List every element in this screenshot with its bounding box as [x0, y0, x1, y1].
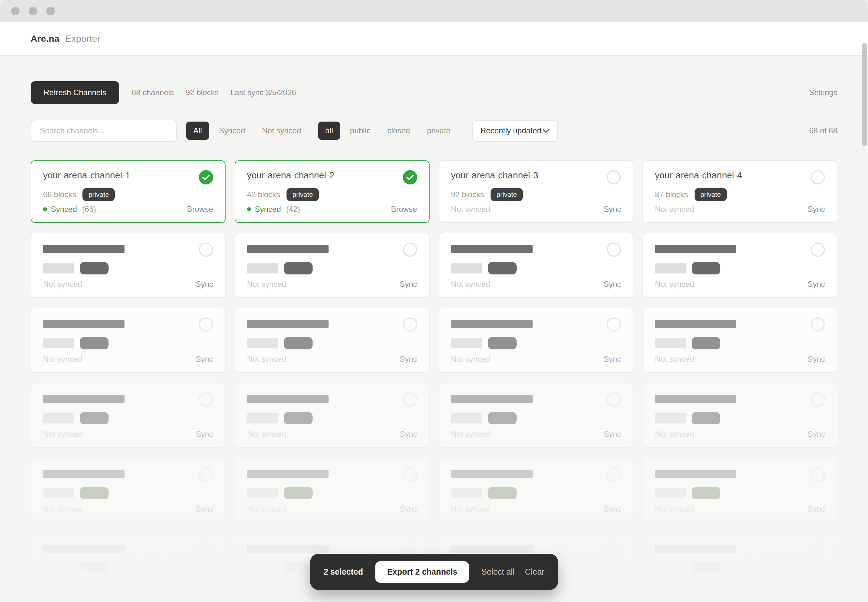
card-action-link[interactable]: Sync: [399, 430, 417, 439]
skeleton-channel-card[interactable]: Not synced Sync: [31, 533, 226, 598]
select-circle[interactable]: [811, 392, 825, 407]
select-circle[interactable]: [607, 542, 621, 557]
select-circle[interactable]: [607, 392, 621, 407]
select-circle[interactable]: [811, 243, 825, 257]
select-circle[interactable]: [811, 318, 825, 332]
window-close-button[interactable]: [11, 7, 20, 15]
skeleton-channel-card[interactable]: Not synced Sync: [642, 233, 837, 298]
export-channels-button[interactable]: Export 2 channels: [375, 561, 469, 583]
filter-not-synced[interactable]: Not synced: [255, 121, 308, 140]
channel-card[interactable]: your-arena-channel-2 42 blocks private S…: [235, 160, 430, 223]
channel-card[interactable]: your-arena-channel-3 92 blocks private N…: [439, 160, 634, 223]
select-circle[interactable]: [403, 467, 417, 482]
card-action-link[interactable]: Sync: [604, 280, 621, 289]
skeleton-channel-card[interactable]: Not synced Sync: [439, 458, 634, 523]
skeleton-channel-card[interactable]: Not synced Sync: [235, 382, 430, 448]
filter-vis-public[interactable]: public: [343, 121, 378, 140]
skeleton-channel-card[interactable]: Not synced Sync: [642, 382, 837, 448]
select-circle[interactable]: [403, 392, 417, 407]
card-action-link[interactable]: Sync: [604, 579, 621, 589]
card-footer: Not synced Sync: [43, 430, 213, 439]
search-input[interactable]: [31, 120, 177, 142]
app-title-suffix: Exporter: [65, 34, 100, 44]
channel-count: 68 of 68: [809, 126, 837, 135]
card-action-link[interactable]: Sync: [808, 205, 825, 214]
card-action-link[interactable]: Sync: [195, 579, 213, 589]
select-circle[interactable]: [607, 243, 621, 257]
select-circle[interactable]: [607, 170, 621, 184]
select-circle[interactable]: [403, 318, 417, 332]
card-action-link[interactable]: Sync: [195, 505, 213, 514]
filter-vis-closed[interactable]: closed: [380, 121, 417, 140]
card-footer: Not synced Sync: [655, 430, 825, 439]
card-meta: [655, 262, 825, 275]
filter-synced[interactable]: Synced: [212, 121, 252, 140]
filter-vis-private[interactable]: private: [420, 121, 458, 140]
skeleton-channel-card[interactable]: Not synced Sync: [31, 382, 226, 448]
clear-selection-link[interactable]: Clear: [525, 567, 544, 577]
skeleton-channel-card[interactable]: Not synced Sync: [439, 233, 634, 298]
vertical-scrollbar-thumb[interactable]: [862, 43, 867, 146]
skeleton-channel-card[interactable]: Not synced Sync: [439, 308, 634, 373]
filter-vis-all[interactable]: all: [318, 121, 340, 140]
select-circle[interactable]: [199, 318, 213, 332]
card-footer: Not synced Sync: [655, 355, 825, 364]
skeleton-channel-card[interactable]: Not synced Sync: [31, 458, 226, 523]
select-circle[interactable]: [403, 243, 417, 257]
card-action-link[interactable]: Browse: [187, 205, 213, 214]
skeleton-channel-card[interactable]: Not synced Sync: [235, 233, 430, 298]
select-circle[interactable]: [199, 467, 213, 482]
select-circle[interactable]: [607, 318, 621, 332]
skeleton-channel-card[interactable]: Not synced Sync: [235, 458, 430, 523]
channel-card[interactable]: your-arena-channel-4 87 blocks private N…: [642, 160, 837, 223]
card-action-link[interactable]: Sync: [808, 430, 825, 439]
skeleton-title-bar: [655, 395, 736, 403]
skeleton-channel-card[interactable]: Not synced Sync: [642, 458, 837, 523]
select-circle[interactable]: [811, 542, 825, 557]
card-action-link[interactable]: Sync: [808, 280, 825, 289]
selected-check-icon[interactable]: [403, 170, 417, 184]
skeleton-channel-card[interactable]: Not synced Sync: [439, 382, 634, 448]
window-zoom-button[interactable]: [46, 7, 55, 15]
skeleton-channel-card[interactable]: Not synced Sync: [642, 308, 837, 373]
skeleton-channel-card[interactable]: Not synced Sync: [642, 533, 837, 598]
skeleton-channel-card[interactable]: Not synced Sync: [31, 308, 226, 373]
skeleton-title-bar: [43, 545, 124, 553]
card-action-link[interactable]: Sync: [399, 355, 417, 364]
refresh-channels-button[interactable]: Refresh Channels: [31, 81, 119, 104]
select-circle[interactable]: [607, 467, 621, 482]
card-action-link[interactable]: Sync: [604, 430, 621, 439]
card-action-link[interactable]: Sync: [399, 280, 417, 289]
select-all-link[interactable]: Select all: [481, 567, 514, 577]
select-circle[interactable]: [199, 542, 213, 557]
sync-status-label: Not synced: [655, 205, 694, 214]
skeleton-channel-card[interactable]: Not synced Sync: [235, 308, 430, 373]
card-action-link[interactable]: Sync: [195, 355, 213, 364]
card-action-link[interactable]: Sync: [604, 205, 621, 214]
select-circle[interactable]: [811, 170, 825, 184]
card-header: [247, 243, 417, 257]
card-action-link[interactable]: Sync: [604, 355, 621, 364]
card-action-link[interactable]: Sync: [808, 505, 825, 514]
select-circle[interactable]: [199, 392, 213, 407]
card-header: [247, 318, 417, 332]
select-circle[interactable]: [199, 243, 213, 257]
card-header: [655, 542, 825, 557]
card-action-link[interactable]: Sync: [604, 505, 621, 514]
skeleton-channel-card[interactable]: Not synced Sync: [31, 233, 226, 298]
selected-check-icon[interactable]: [199, 170, 213, 184]
card-action-link[interactable]: Sync: [808, 579, 825, 589]
skeleton-row: Not synced Sync Not synced Sync Not sync…: [31, 382, 837, 448]
select-circle[interactable]: [811, 467, 825, 482]
window-minimize-button[interactable]: [29, 7, 37, 15]
card-action-link[interactable]: Sync: [195, 280, 213, 289]
sort-select[interactable]: Recently updated: [472, 120, 558, 142]
channel-card[interactable]: your-arena-channel-1 66 blocks private S…: [31, 160, 226, 223]
card-action-link[interactable]: Sync: [808, 355, 825, 364]
filter-all[interactable]: All: [186, 121, 209, 140]
card-action-link[interactable]: Sync: [195, 430, 213, 439]
card-action-link[interactable]: Browse: [391, 205, 417, 214]
settings-link[interactable]: Settings: [809, 88, 837, 97]
card-action-link[interactable]: Sync: [399, 505, 417, 514]
card-header: [247, 467, 417, 482]
